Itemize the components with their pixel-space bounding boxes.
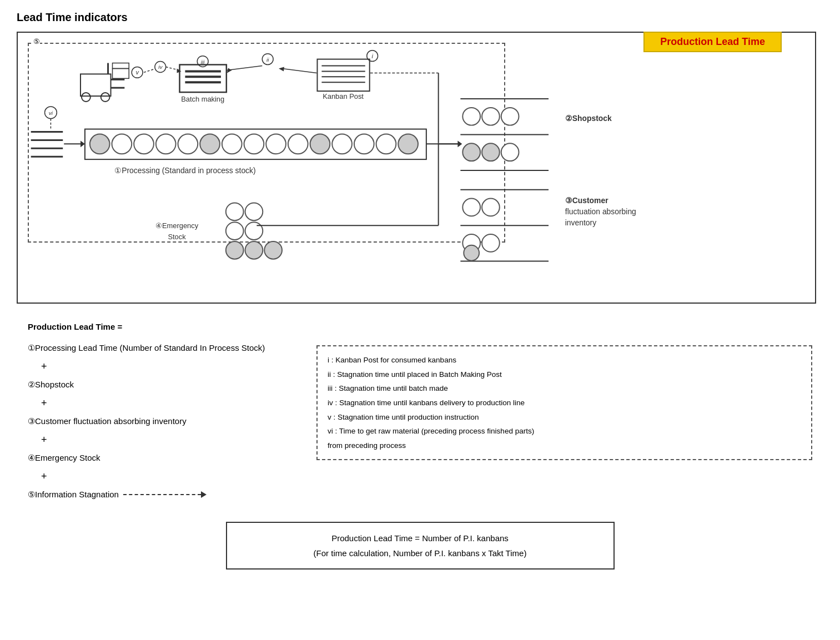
svg-text:inventory: inventory: [565, 218, 596, 227]
svg-text:fluctuation absorbing: fluctuation absorbing: [565, 207, 636, 216]
svg-text:③Customer: ③Customer: [565, 196, 608, 205]
page-title: Lead Time indicators: [17, 11, 823, 24]
main-diagram: Production Lead Time ⑤ v: [17, 32, 816, 304]
formula-item3: ③Customer fluctuation absorbing inventor…: [28, 413, 294, 430]
formula-item1: ①Processing Lead Time (Number of Standar…: [28, 340, 294, 356]
formula-item5: ⑤Information Stagnation: [28, 486, 119, 503]
formula-item2: ②Shopstock: [28, 376, 294, 393]
plus3: +: [41, 430, 294, 450]
plus1: +: [41, 356, 294, 376]
info-stagnation-arrow: [123, 491, 207, 498]
formula-left: ①Processing Lead Time (Number of Standar…: [28, 340, 294, 503]
bottom-box: Production Lead Time = Number of P.I. ka…: [226, 522, 615, 570]
legend-i: i : Kanban Post for consumed kanbans: [328, 353, 801, 367]
plus2: +: [41, 393, 294, 413]
legend-ii: ii : Stagnation time until placed in Bat…: [328, 367, 801, 382]
formula-legend: i : Kanban Post for consumed kanbans ii …: [316, 345, 812, 460]
formula-row: ①Processing Lead Time (Number of Standar…: [28, 340, 812, 503]
svg-point-93: [245, 241, 263, 259]
svg-point-92: [226, 241, 244, 259]
formula-title: Production Lead Time =: [28, 319, 812, 334]
legend-vi-line2: from preceding process: [328, 439, 801, 453]
plus4: +: [41, 466, 294, 486]
legend-v: v : Stagnation time until production ins…: [328, 410, 801, 425]
label-5: ⑤: [33, 37, 40, 46]
bottom-line2: (For time calculation, Number of P.I. ka…: [244, 546, 597, 561]
svg-text:②Shopstock: ②Shopstock: [565, 114, 612, 123]
svg-point-83: [464, 245, 479, 261]
plt-label: Production Lead Time: [643, 32, 782, 52]
legend-iv: iv : Stagnation time until kanbans deliv…: [328, 396, 801, 410]
svg-point-94: [264, 241, 282, 259]
inner-dashed-box: ⑤: [28, 43, 505, 243]
formula-item5-row: ⑤Information Stagnation: [28, 486, 294, 503]
formula-item4: ④Emergency Stock: [28, 450, 294, 466]
legend-vi-line1: vi : Time to get raw material (preceding…: [328, 424, 801, 439]
bottom-line1: Production Lead Time = Number of P.I. ka…: [244, 531, 597, 546]
formula-section: Production Lead Time = ①Processing Lead …: [17, 314, 823, 508]
legend-iii: iii : Stagnation time until batch made: [328, 381, 801, 396]
